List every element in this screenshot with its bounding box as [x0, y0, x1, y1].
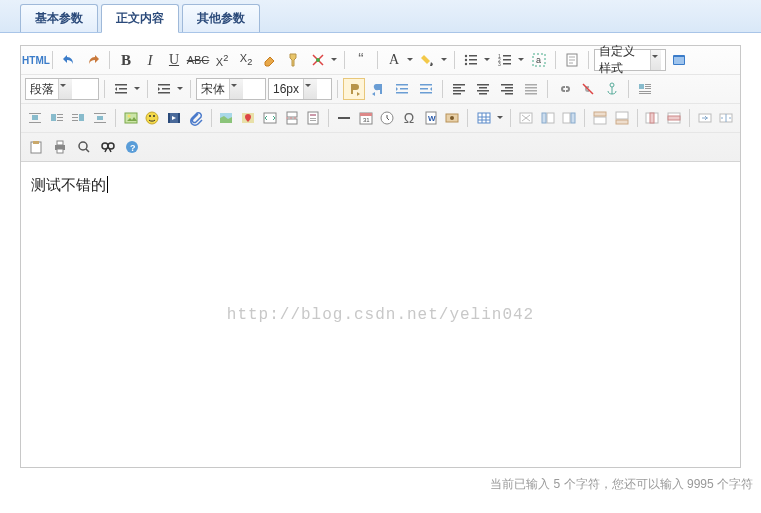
delete-row-button[interactable]	[664, 107, 684, 129]
separator	[555, 51, 556, 69]
redo-button[interactable]	[82, 49, 104, 71]
align-right-button[interactable]	[496, 78, 518, 100]
separator	[547, 80, 548, 98]
delete-col-button[interactable]	[642, 107, 662, 129]
undo-button[interactable]	[58, 49, 80, 71]
merge-cells-button[interactable]	[695, 107, 715, 129]
template-button[interactable]	[303, 107, 323, 129]
help-button[interactable]: ?	[121, 136, 143, 158]
table-delete-button[interactable]	[516, 107, 536, 129]
insert-row-below-button[interactable]	[612, 107, 632, 129]
toolbar: HTML B I U ABC X2 X2 “ A 123 a	[21, 46, 740, 162]
source-html-button[interactable]: HTML	[25, 49, 47, 71]
link-button[interactable]	[553, 78, 575, 100]
svg-rect-31	[453, 87, 461, 89]
editor-content-area[interactable]: 测试不错的 http://blog.csdn.net/yelin042	[21, 162, 740, 467]
svg-point-0	[316, 58, 320, 62]
svg-rect-45	[525, 93, 537, 95]
svg-rect-99	[594, 117, 606, 124]
img-right-button[interactable]	[68, 107, 88, 129]
outdent-button[interactable]	[415, 78, 437, 100]
wordpaste-button[interactable]: W	[421, 107, 441, 129]
pagebreak-button[interactable]	[282, 107, 302, 129]
image-float-left-button[interactable]	[634, 78, 656, 100]
superscript-button[interactable]: X2	[211, 49, 233, 71]
subscript-button[interactable]: X2	[235, 49, 257, 71]
svg-rect-27	[420, 84, 432, 86]
ltr-button[interactable]	[343, 78, 365, 100]
tab-content[interactable]: 正文内容	[101, 4, 179, 33]
underline-button[interactable]: U	[163, 49, 185, 71]
blockquote-button[interactable]: “	[350, 49, 372, 71]
separator	[377, 51, 378, 69]
time-button[interactable]	[377, 107, 397, 129]
img-center-button[interactable]	[90, 107, 110, 129]
svg-rect-62	[72, 117, 78, 118]
svg-rect-113	[57, 149, 63, 153]
bold-button[interactable]: B	[115, 49, 137, 71]
spechar-button[interactable]: Ω	[399, 107, 419, 129]
new-page-button[interactable]	[561, 49, 583, 71]
svg-rect-79	[287, 119, 297, 124]
preview-button[interactable]	[73, 136, 95, 158]
align-justify-button[interactable]	[520, 78, 542, 100]
italic-button[interactable]: I	[139, 49, 161, 71]
indent-dropdown[interactable]	[153, 78, 185, 100]
status-prefix: 当前已输入	[490, 477, 553, 491]
separator	[584, 109, 585, 127]
tab-basic[interactable]: 基本参数	[20, 4, 98, 32]
separator	[628, 80, 629, 98]
svg-rect-37	[479, 93, 487, 95]
video-button[interactable]	[164, 107, 184, 129]
code-button[interactable]	[260, 107, 280, 129]
paste-plain-button[interactable]	[25, 136, 47, 158]
align-center-button[interactable]	[472, 78, 494, 100]
img-left-button[interactable]	[47, 107, 67, 129]
search-button[interactable]	[97, 136, 119, 158]
svg-point-5	[465, 63, 467, 65]
ordered-list-dropdown[interactable]: 123	[494, 49, 526, 71]
img-none-button[interactable]	[25, 107, 45, 129]
insert-row-above-button[interactable]	[590, 107, 610, 129]
indent-button[interactable]	[391, 78, 413, 100]
map-button[interactable]	[217, 107, 237, 129]
svg-rect-93	[478, 113, 490, 123]
insert-col-left-button[interactable]	[538, 107, 558, 129]
svg-rect-42	[525, 84, 537, 86]
table-dropdown[interactable]	[473, 107, 505, 129]
font-family-select[interactable]: 宋体	[196, 78, 266, 100]
custom-style-select[interactable]: 自定义样式	[594, 49, 666, 71]
date-button[interactable]: 31	[356, 107, 376, 129]
split-cells-button[interactable]	[717, 107, 737, 129]
attachment-button[interactable]	[186, 107, 206, 129]
fullscreen-button[interactable]	[668, 49, 690, 71]
align-left-button[interactable]	[448, 78, 470, 100]
snapscreen-button[interactable]	[443, 107, 463, 129]
print-button[interactable]	[49, 136, 71, 158]
image-button[interactable]	[121, 107, 141, 129]
tab-bar: 基本参数 正文内容 其他参数	[0, 0, 761, 33]
hr-button[interactable]	[334, 107, 354, 129]
separator	[637, 109, 638, 127]
forecolor-dropdown[interactable]: A	[383, 49, 415, 71]
eraser-button[interactable]	[259, 49, 281, 71]
gmap-button[interactable]	[238, 107, 258, 129]
emoticon-button[interactable]	[142, 107, 162, 129]
svg-text:?: ?	[130, 143, 136, 153]
outdent-dropdown[interactable]	[110, 78, 142, 100]
tab-other[interactable]: 其他参数	[182, 4, 260, 32]
paragraph-select[interactable]: 段落	[25, 78, 99, 100]
paragraph-label: 段落	[30, 81, 54, 98]
unlink-button[interactable]	[577, 78, 599, 100]
anchor-button[interactable]	[601, 78, 623, 100]
unordered-list-dropdown[interactable]	[460, 49, 492, 71]
format-brush-button[interactable]	[283, 49, 305, 71]
strikethrough-button[interactable]: ABC	[187, 49, 209, 71]
select-all-button[interactable]: a	[528, 49, 550, 71]
backcolor-dropdown[interactable]	[417, 49, 449, 71]
rtl-button[interactable]	[367, 78, 389, 100]
svg-point-70	[149, 115, 151, 117]
insert-col-right-button[interactable]	[560, 107, 580, 129]
font-size-select[interactable]: 16px	[268, 78, 332, 100]
format-painter-dropdown[interactable]	[307, 49, 339, 71]
